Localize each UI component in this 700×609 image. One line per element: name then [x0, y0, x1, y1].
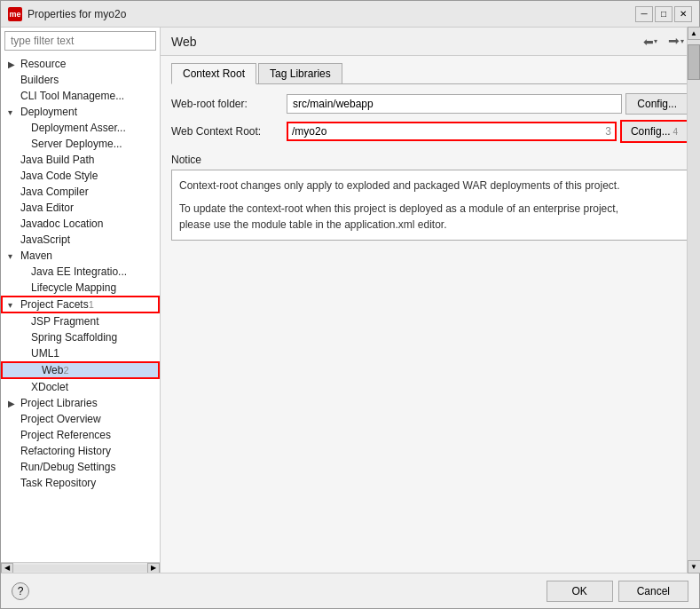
- tree-item-label: Task Repository: [20, 477, 96, 489]
- back-icon: ⬅: [643, 35, 654, 49]
- main-content: ▶ResourceBuildersCLI Tool Manageme...▾De…: [1, 28, 699, 573]
- panel-toolbar: ⬅ ▾ ⮕ ▾: [639, 32, 688, 51]
- sidebar-item-spring-scaffolding[interactable]: Spring Scaffolding: [1, 329, 160, 345]
- notice-label: Notice: [171, 154, 688, 166]
- expand-icon: ▶: [8, 59, 19, 69]
- sidebar-item-cli-tool[interactable]: CLI Tool Manageme...: [1, 88, 160, 104]
- sidebar-item-builders[interactable]: Builders: [1, 72, 160, 88]
- sidebar-item-lifecycle-mapping[interactable]: Lifecycle Mapping: [1, 280, 160, 296]
- tree-item-label: Run/Debug Settings: [20, 461, 115, 473]
- sidebar-item-maven[interactable]: ▾Maven: [1, 248, 160, 264]
- notice-box: Context-root changes only apply to explo…: [171, 170, 688, 241]
- right-scrollbar[interactable]: ▲ ▼: [687, 28, 699, 573]
- tab-bar: Context Root Tag Libraries: [171, 63, 688, 84]
- sidebar-item-java-ee-integration[interactable]: Java EE Integratio...: [1, 264, 160, 280]
- panel-header: Web ⬅ ▾ ⮕ ▾: [161, 28, 699, 56]
- web-root-row: Web-root folder: Config...: [171, 93, 688, 115]
- forward-icon: ⮕: [668, 35, 680, 49]
- tree-item-label: Builders: [20, 74, 59, 86]
- web-context-config-button[interactable]: Config... 4: [620, 120, 688, 143]
- title-bar: me Properties for myo2o ─ □ ✕: [1, 1, 699, 28]
- sidebar-item-project-libraries[interactable]: ▶Project Libraries: [1, 395, 160, 411]
- cancel-button[interactable]: Cancel: [618, 581, 688, 602]
- tree-item-label: Lifecycle Mapping: [31, 281, 116, 294]
- notice-text1: Context-root changes only apply to explo…: [179, 178, 680, 194]
- tree-item-label: Java Compiler: [20, 186, 89, 198]
- dialog-buttons: OK Cancel: [547, 581, 688, 602]
- web-root-config-button[interactable]: Config...: [625, 93, 688, 115]
- tab-tag-libraries[interactable]: Tag Libraries: [258, 63, 342, 83]
- sidebar-item-java-editor[interactable]: Java Editor: [1, 200, 160, 216]
- tree-item-label: Java Editor: [20, 202, 74, 214]
- sidebar-item-resource[interactable]: ▶Resource: [1, 56, 160, 72]
- left-panel: ▶ResourceBuildersCLI Tool Manageme...▾De…: [1, 28, 161, 573]
- help-button[interactable]: ?: [12, 582, 29, 600]
- back-dropdown-icon: ▾: [654, 37, 657, 45]
- sidebar-item-javascript[interactable]: JavaScript: [1, 232, 160, 248]
- notice-text2: To update the context-root when this pro…: [179, 201, 680, 233]
- back-button[interactable]: ⬅ ▾: [639, 32, 662, 51]
- sidebar-item-xdoclet[interactable]: XDoclet: [1, 379, 160, 395]
- tree: ▶ResourceBuildersCLI Tool Manageme...▾De…: [1, 54, 160, 562]
- sidebar-item-project-overview[interactable]: Project Overview: [1, 411, 160, 427]
- tree-item-label: Project References: [20, 429, 111, 441]
- window-title: Properties for myo2o: [28, 8, 126, 20]
- sidebar-item-run-debug-settings[interactable]: Run/Debug Settings: [1, 459, 160, 475]
- sidebar-item-uml1[interactable]: UML1: [1, 345, 160, 361]
- tree-item-label: XDoclet: [31, 381, 68, 393]
- web-context-input[interactable]: [292, 125, 602, 138]
- sidebar-item-refactoring-history[interactable]: Refactoring History: [1, 443, 160, 459]
- main-window: me Properties for myo2o ─ □ ✕ ▶ResourceB…: [0, 0, 700, 609]
- tree-item-label: JSP Fragment: [31, 315, 98, 328]
- sidebar-item-server-deployment[interactable]: Server Deployme...: [1, 136, 160, 152]
- minimize-button[interactable]: ─: [635, 6, 653, 22]
- tree-item-label: Server Deployme...: [31, 138, 122, 150]
- sidebar-item-task-repository[interactable]: Task Repository: [1, 475, 160, 491]
- sidebar-item-project-references[interactable]: Project References: [1, 427, 160, 443]
- tree-item-label: JavaScript: [20, 233, 70, 246]
- tree-item-label: Maven: [20, 249, 52, 262]
- tree-item-badge: 1: [89, 299, 94, 310]
- filter-input[interactable]: [4, 31, 156, 51]
- web-root-input[interactable]: [287, 94, 622, 114]
- forward-button[interactable]: ⮕ ▾: [664, 32, 688, 51]
- sidebar-item-jsp-fragment[interactable]: JSP Fragment: [1, 313, 160, 329]
- web-context-label: Web Context Root:: [171, 125, 287, 138]
- sidebar-item-deployment[interactable]: ▾Deployment: [1, 104, 160, 120]
- scroll-left-btn[interactable]: ◀: [1, 563, 13, 573]
- title-bar-left: me Properties for myo2o: [8, 7, 126, 21]
- window-controls: ─ □ ✕: [635, 6, 692, 22]
- tree-item-label: Project Facets: [20, 298, 89, 311]
- tab-context-root[interactable]: Context Root: [171, 63, 256, 84]
- tree-item-label: Project Overview: [20, 413, 101, 425]
- close-button[interactable]: ✕: [674, 6, 692, 22]
- tree-item-label: Java Build Path: [20, 154, 94, 166]
- tree-item-badge: 2: [63, 365, 68, 376]
- sidebar-item-deployment-asser[interactable]: Deployment Asser...: [1, 120, 160, 136]
- tree-item-label: Project Libraries: [20, 397, 98, 409]
- sidebar-item-web[interactable]: Web 2: [1, 361, 160, 379]
- sidebar-item-java-build-path[interactable]: Java Build Path: [1, 152, 160, 168]
- sidebar-item-project-facets[interactable]: ▾Project Facets 1: [1, 296, 160, 313]
- expand-icon: ▾: [8, 300, 19, 310]
- tree-item-label: CLI Tool Manageme...: [20, 90, 124, 102]
- maximize-button[interactable]: □: [655, 6, 672, 22]
- tree-item-label: Refactoring History: [20, 445, 111, 457]
- scroll-up-arrow[interactable]: ▲: [688, 28, 700, 40]
- notice-section: Notice Context-root changes only apply t…: [171, 154, 688, 241]
- sidebar-item-javadoc-location[interactable]: Javadoc Location: [1, 216, 160, 232]
- app-icon: me: [8, 7, 22, 21]
- panel-body: Context Root Tag Libraries Web-root fold…: [161, 56, 699, 573]
- horizontal-scrollbar[interactable]: ◀ ▶: [1, 562, 160, 573]
- ok-button[interactable]: OK: [547, 581, 613, 602]
- sidebar-item-java-compiler[interactable]: Java Compiler: [1, 184, 160, 200]
- web-context-button-badge: 4: [671, 127, 678, 137]
- tree-item-label: Java Code Style: [20, 170, 98, 182]
- web-context-input-wrapper: 3: [287, 122, 617, 141]
- web-root-label: Web-root folder:: [171, 98, 287, 110]
- scroll-right-btn[interactable]: ▶: [147, 563, 160, 573]
- expand-icon: ▾: [8, 251, 19, 261]
- scroll-down-arrow[interactable]: ▼: [688, 560, 700, 573]
- sidebar-item-java-code-style[interactable]: Java Code Style: [1, 168, 160, 184]
- scroll-thumb[interactable]: [688, 44, 699, 80]
